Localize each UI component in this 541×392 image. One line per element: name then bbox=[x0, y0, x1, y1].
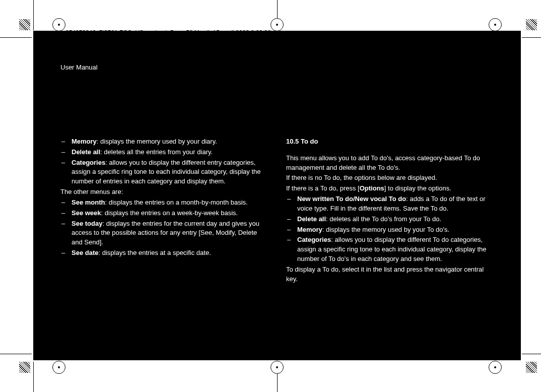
page-title: User Manual bbox=[60, 63, 494, 73]
manual-page: User Manual – Memory: displays the memor… bbox=[33, 31, 521, 360]
list-item: – Delete all: deletes all the entries fr… bbox=[60, 148, 268, 157]
list-item: – New written To do/New vocal To do: add… bbox=[286, 194, 494, 214]
list-item: – See date: displays the entries at a sp… bbox=[60, 248, 268, 258]
paragraph: This menu allows you to add To do's, acc… bbox=[286, 154, 494, 173]
list-item: – See week: displays the entries on a we… bbox=[60, 209, 268, 218]
left-column: – Memory: displays the memory used by yo… bbox=[60, 137, 268, 285]
list-item: – Categories: allows you to display the … bbox=[286, 235, 494, 264]
list-item: – See month: displays the entries on a m… bbox=[60, 198, 268, 208]
paragraph: To display a To do, select it in the lis… bbox=[286, 265, 494, 284]
right-column: 10.5 To do This menu allows you to add T… bbox=[286, 137, 494, 285]
list-item: – See today: displays the entries for th… bbox=[60, 219, 268, 248]
paragraph: If there is a To do, press [Options] to … bbox=[286, 184, 494, 193]
list-item: – Categories: allows you to display the … bbox=[60, 158, 268, 187]
paragraph: The other menus are: bbox=[60, 187, 268, 197]
list-item: – Delete all: deletes all the To do's fr… bbox=[286, 215, 494, 224]
list-item: – Memory: displays the memory used by yo… bbox=[286, 225, 494, 235]
section-heading: 10.5 To do bbox=[286, 137, 494, 147]
list-item: – Memory: displays the memory used by yo… bbox=[60, 137, 268, 147]
paragraph: If there is no To do, the options below … bbox=[286, 173, 494, 183]
